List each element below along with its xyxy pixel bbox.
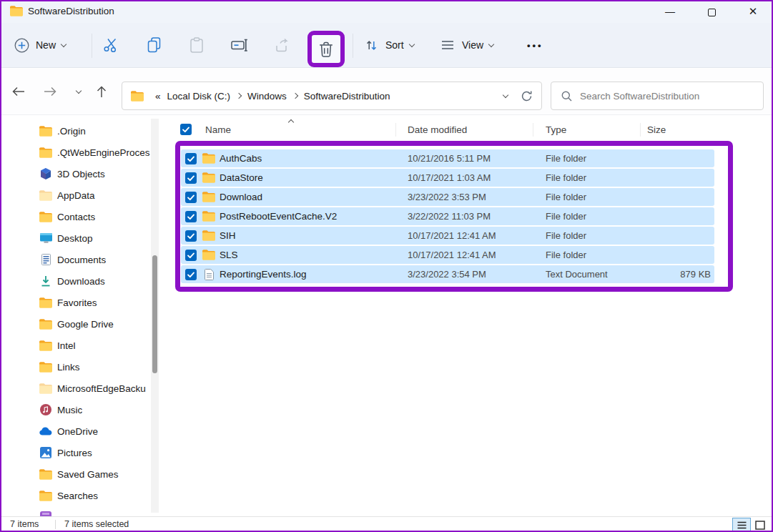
view-button[interactable]: View <box>439 36 493 54</box>
cloud-icon <box>39 425 52 437</box>
plus-circle-icon <box>13 36 30 54</box>
column-header-date[interactable]: Date modified <box>408 124 467 135</box>
sidebar-scrollbar-thumb[interactable] <box>152 255 157 373</box>
column-header-size[interactable]: Size <box>647 124 666 135</box>
share-button[interactable] <box>274 36 291 54</box>
column-divider[interactable] <box>533 123 533 137</box>
copy-button[interactable] <box>145 36 162 54</box>
file-date-modified: 3/22/2022 11:03 PM <box>408 211 491 222</box>
sidebar-item-documents[interactable]: Documents <box>0 249 152 270</box>
see-more-button[interactable]: ••• <box>527 40 543 51</box>
sidebar-item-saved-games[interactable]: Saved Games <box>0 463 152 485</box>
breadcrumb-item-windows[interactable]: Windows <box>247 91 287 102</box>
sidebar-item-label: .Origin <box>57 126 86 137</box>
row-checkbox[interactable] <box>185 192 197 203</box>
breadcrumb-item-current[interactable]: SoftwareDistribution <box>304 91 390 102</box>
breadcrumb-item-drive[interactable]: Local Disk (C:) <box>167 91 231 102</box>
sidebar-item-appdata[interactable]: AppData <box>0 184 152 206</box>
row-checkbox[interactable] <box>185 153 197 164</box>
sidebar-item-origin[interactable]: .Origin <box>0 120 152 142</box>
row-checkbox[interactable] <box>185 230 197 242</box>
sidebar-item-pictures[interactable]: Pictures <box>0 442 152 463</box>
sort-ascending-caret-icon <box>288 119 294 125</box>
sidebar-scrollbar[interactable] <box>151 119 159 513</box>
thumbnail-view-button[interactable] <box>751 518 769 532</box>
file-row-sls[interactable]: SLS 10/17/2021 12:41 AM File folder <box>181 246 714 264</box>
music-icon <box>39 404 52 415</box>
maximize-button[interactable] <box>696 0 727 23</box>
recent-locations-button[interactable] <box>69 82 89 102</box>
folder-faded-icon <box>39 383 52 394</box>
close-button[interactable]: ✕ <box>738 0 768 23</box>
address-dropdown-chevron-icon[interactable] <box>503 92 508 97</box>
row-checkbox[interactable] <box>185 250 197 261</box>
sidebar-item-item[interactable] <box>0 506 152 516</box>
sidebar-item-links[interactable]: Links <box>0 356 152 378</box>
sidebar-item-contacts[interactable]: Contacts <box>0 206 152 227</box>
title-bar: SoftwareDistribution — ✕ <box>0 0 773 23</box>
breadcrumb-prefix: « <box>155 91 161 102</box>
file-row-download[interactable]: Download 3/23/2022 3:53 PM File folder <box>181 188 714 206</box>
pictures-icon <box>39 447 52 458</box>
breadcrumb[interactable]: « Local Disk (C:) Windows SoftwareDistri… <box>122 82 542 110</box>
sidebar-item-downloads[interactable]: Downloads <box>0 270 152 292</box>
sidebar-item-label: Documents <box>57 255 106 265</box>
forward-button[interactable] <box>40 82 60 102</box>
sidebar-item-google-drive[interactable]: Google Drive <box>0 313 152 335</box>
chevron-down-icon <box>76 87 82 93</box>
sidebar-item-intel[interactable]: Intel <box>0 335 152 356</box>
sort-button[interactable]: Sort <box>363 36 414 54</box>
paste-button[interactable] <box>188 36 205 54</box>
file-row-sih[interactable]: SIH 10/17/2021 12:41 AM File folder <box>181 227 714 245</box>
up-button[interactable] <box>92 82 112 102</box>
column-header-name[interactable]: Name <box>205 124 231 135</box>
sidebar-item-label: AppData <box>57 190 95 201</box>
status-divider <box>55 520 56 529</box>
back-button[interactable] <box>9 82 29 102</box>
sidebar-item-music[interactable]: Music <box>0 399 152 420</box>
minimize-button[interactable]: — <box>655 0 685 23</box>
file-name: SLS <box>220 250 238 260</box>
file-date-modified: 10/21/2016 5:11 PM <box>408 153 491 164</box>
sidebar-item-onedrive[interactable]: OneDrive <box>0 420 152 442</box>
status-bar: 7 items 7 items selected <box>0 516 773 532</box>
file-type: File folder <box>546 192 586 202</box>
column-divider[interactable] <box>640 123 641 137</box>
refresh-icon[interactable] <box>520 89 533 102</box>
folder-icon <box>202 250 215 261</box>
select-all-checkbox[interactable] <box>180 124 192 135</box>
column-divider[interactable] <box>395 123 396 137</box>
share-icon <box>274 36 291 54</box>
file-row-authcabs[interactable]: AuthCabs 10/21/2016 5:11 PM File folder <box>181 149 714 167</box>
details-view-button[interactable] <box>732 518 751 532</box>
row-checkbox[interactable] <box>185 269 197 280</box>
row-checkbox[interactable] <box>185 211 197 222</box>
sidebar-item-searches[interactable]: Searches <box>0 485 152 506</box>
sidebar-item-label: Google Drive <box>57 319 114 330</box>
sidebar-item-favorites[interactable]: Favorites <box>0 292 152 313</box>
sidebar-item-label: MicrosoftEdgeBacku <box>57 383 146 394</box>
file-name: ReportingEvents.log <box>220 269 307 280</box>
file-type: Text Document <box>546 269 608 280</box>
sidebar-item-qtwebengineproces[interactable]: .QtWebEngineProces <box>0 142 152 163</box>
new-button[interactable]: New <box>13 36 66 54</box>
paste-icon <box>188 36 205 54</box>
textfile-icon <box>202 269 215 280</box>
sidebar-item-label: Links <box>57 362 80 373</box>
sidebar-item-label: Intel <box>57 340 76 351</box>
cut-button[interactable] <box>102 36 119 54</box>
search-input[interactable]: Search SoftwareDistribution <box>551 82 764 110</box>
folder-icon <box>39 147 52 158</box>
sidebar-item-desktop[interactable]: Desktop <box>0 227 152 249</box>
file-row-datastore[interactable]: DataStore 10/17/2021 1:03 AM File folder <box>181 169 714 187</box>
row-checkbox[interactable] <box>185 172 197 184</box>
column-header-type[interactable]: Type <box>546 124 566 135</box>
sidebar-item-3d-objects[interactable]: 3D Objects <box>0 163 152 184</box>
delete-button[interactable] <box>317 41 335 58</box>
sidebar-item-label: OneDrive <box>57 426 98 437</box>
folder-icon <box>202 172 215 184</box>
sidebar-item-microsoftedgebacku[interactable]: MicrosoftEdgeBacku <box>0 378 152 399</box>
rename-button[interactable] <box>231 36 248 54</box>
file-row-postrebooteventcache-v2[interactable]: PostRebootEventCache.V2 3/22/2022 11:03 … <box>181 207 714 225</box>
file-row-reportingevents-log[interactable]: ReportingEvents.log 3/23/2022 3:54 PM Te… <box>181 265 714 283</box>
